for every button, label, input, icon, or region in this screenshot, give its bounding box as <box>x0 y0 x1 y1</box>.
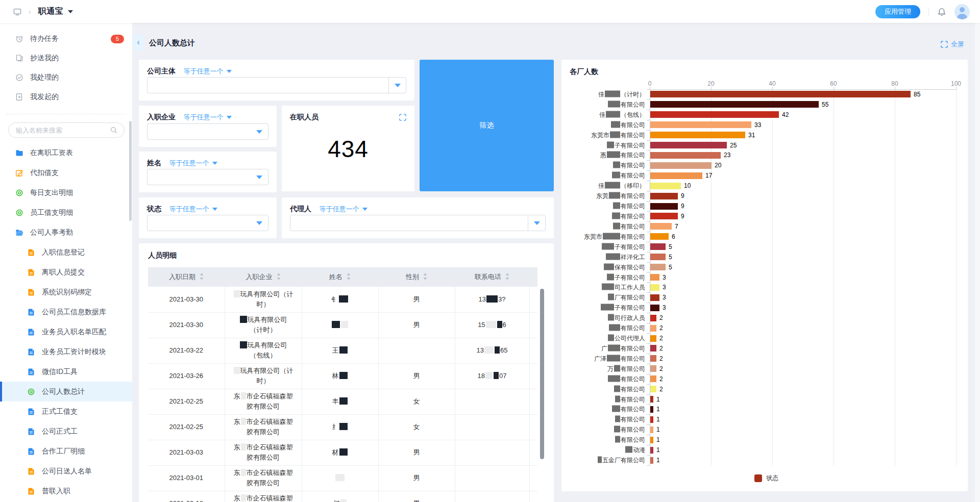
sidebar-item-17[interactable]: 普联入职 <box>0 481 132 501</box>
y-axis-tick <box>647 242 650 242</box>
bar <box>650 335 656 342</box>
user-avatar[interactable] <box>954 4 970 19</box>
sort-icon[interactable] <box>200 273 204 280</box>
sidebar-item-14[interactable]: 公司正式工 <box>0 421 132 441</box>
company-entity-select[interactable] <box>147 77 406 93</box>
sidebar-item-copy-doc[interactable]: 抄送我的 <box>0 48 132 68</box>
table-scrollbar[interactable] <box>540 289 544 459</box>
sidebar-item-13[interactable]: 正式工借支 <box>0 401 132 421</box>
sidebar-scrollbar[interactable] <box>129 121 132 221</box>
filter-operator[interactable]: 等于任意一个 <box>320 205 359 213</box>
bar-value-label: 2 <box>659 386 663 393</box>
bar-value-label: 9 <box>681 192 684 199</box>
fullscreen-label: 全屏 <box>951 40 964 49</box>
redaction-box <box>339 295 348 303</box>
bar-value-label: 23 <box>724 152 730 159</box>
app-switcher[interactable]: 职通宝 <box>38 6 74 17</box>
sidebar-item-label: 公司员工信息数据库 <box>42 308 106 317</box>
y-axis-tick <box>647 130 650 131</box>
cell-company: 玩具有限公司（计时） <box>225 287 302 312</box>
y-axis-tick <box>647 414 650 415</box>
select-dropdown-button[interactable] <box>528 215 545 231</box>
sidebar-item-label: 正式工借支 <box>42 407 78 416</box>
sidebar-item-10[interactable]: 业务员工资计时模块 <box>0 342 132 362</box>
bell-icon[interactable] <box>937 8 946 16</box>
select-dropdown-button[interactable] <box>251 124 268 139</box>
cell-gender: 女 <box>378 389 455 414</box>
cell-company: 东市企石镇福森塑胶有限公司 <box>225 465 302 491</box>
bar <box>650 325 656 332</box>
select-dropdown-button[interactable] <box>388 78 406 93</box>
name-select[interactable] <box>147 169 268 185</box>
bar-value-label: 6 <box>672 233 675 240</box>
cell-gender: 男 <box>378 363 455 389</box>
y-axis-tick <box>647 323 650 323</box>
sidebar-item-15[interactable]: 合作工厂明细 <box>0 441 132 461</box>
bar-value-label: 2 <box>659 375 663 383</box>
back-button[interactable]: ‹ <box>133 34 144 51</box>
sidebar-item-16[interactable]: 公司日送人名单 <box>0 461 132 481</box>
sidebar-item-0[interactable]: 在离职工资表 <box>0 143 132 163</box>
chart-legend[interactable]: 状态 <box>754 474 778 483</box>
column-header-label: 入职企业 <box>246 273 273 281</box>
bar <box>650 203 678 210</box>
fullscreen-icon <box>941 41 948 48</box>
expand-icon[interactable] <box>399 114 406 121</box>
stat-label: 在职人员 <box>290 113 318 122</box>
sidebar-item-1[interactable]: 代扣借支 <box>0 163 132 183</box>
sort-icon[interactable] <box>505 273 509 280</box>
filter-apply-button[interactable]: 筛选 <box>420 60 554 191</box>
bar-category-label: 五金厂有限公司 <box>597 456 645 465</box>
sidebar-item-2[interactable]: 每日支出明细 <box>0 183 132 203</box>
redaction-box <box>241 469 246 476</box>
sort-icon[interactable] <box>347 273 351 280</box>
table-row: 2021-02-25东市企石镇福森塑胶有限公司丰女 <box>148 389 537 414</box>
redaction-box <box>609 192 620 199</box>
filter-operator[interactable]: 等于任意一个 <box>169 159 209 167</box>
stat-value: 434 <box>282 135 414 163</box>
y-axis-tick <box>647 364 650 364</box>
sidebar-item-4[interactable]: 公司人事考勤 <box>0 222 132 242</box>
sort-icon[interactable] <box>423 273 427 280</box>
redaction-box <box>494 372 499 379</box>
y-axis-tick <box>647 191 650 191</box>
sidebar-item-check-circle[interactable]: 我处理的 <box>0 68 132 87</box>
filter-operator[interactable]: 等于任意一个 <box>169 205 209 213</box>
bar-value-label: 7 <box>675 223 678 230</box>
sidebar-item-3[interactable]: 员工借支明细 <box>0 203 132 222</box>
filter-operator[interactable]: 等于任意一个 <box>184 67 224 75</box>
app-manage-button[interactable]: 应用管理 <box>875 5 920 18</box>
hire-company-select[interactable] <box>147 123 268 140</box>
bar-category-label: 有限公司 <box>615 436 645 444</box>
agent-select[interactable] <box>290 215 546 231</box>
select-dropdown-button[interactable] <box>251 169 268 185</box>
column-header-label: 性别 <box>406 273 419 281</box>
fullscreen-button[interactable]: 全屏 <box>941 40 964 49</box>
sidebar-item-11[interactable]: 微信ID工具 <box>0 362 132 382</box>
select-dropdown-button[interactable] <box>251 215 268 231</box>
redaction-box <box>608 335 614 341</box>
sidebar-divider <box>6 114 126 114</box>
cell-gender: 男 <box>378 312 455 338</box>
table-row: 2021-03-18东市企石镇福森塑胶有限公司何男 <box>148 491 537 502</box>
cell-hire-date: 2021-03-22 <box>148 338 225 363</box>
sidebar-item-7[interactable]: 系统识别码绑定 <box>0 282 132 302</box>
filter-operator[interactable]: 等于任意一个 <box>184 113 224 121</box>
sidebar-item-alarm-clock[interactable]: 待办任务5 <box>0 29 132 48</box>
sidebar-item-5[interactable]: 入职信息登记 <box>0 242 132 262</box>
sidebar-item-selected-12[interactable]: 公司人数总计 <box>0 382 132 401</box>
sidebar-item-6[interactable]: 离职人员提交 <box>0 262 132 282</box>
page-scrollbar-track[interactable] <box>975 23 980 502</box>
sort-icon[interactable] <box>277 273 281 280</box>
search-input[interactable] <box>8 122 125 138</box>
sidebar-item-doc-plus[interactable]: 我发起的 <box>0 87 132 107</box>
status-select[interactable] <box>147 215 268 231</box>
doc-blue-icon <box>27 408 35 416</box>
sidebar-item-8[interactable]: 公司员工信息数据库 <box>0 302 132 322</box>
cell-name: 丰 <box>302 389 378 414</box>
sidebar-item-9[interactable]: 业务员入职名单匹配 <box>0 322 132 342</box>
bar-category-label: 保有限公司 <box>603 263 645 271</box>
filter-card-hire-company: 入职企业 等于任意一个 <box>139 106 277 147</box>
bar-value-label: 2 <box>659 365 663 372</box>
bar <box>650 274 659 281</box>
